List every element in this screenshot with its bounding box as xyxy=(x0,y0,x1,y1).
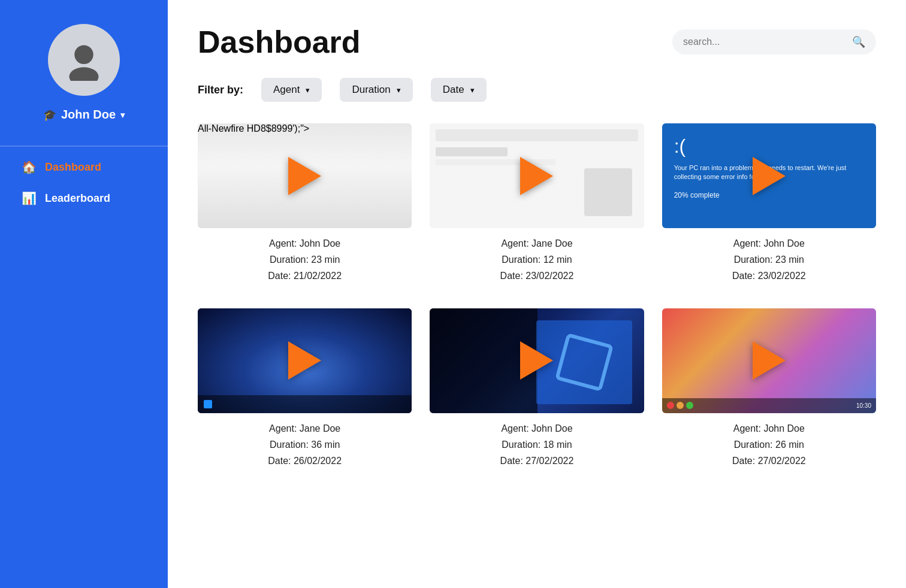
video-duration-2: Duration: 12 min xyxy=(500,251,574,268)
video-thumb-4[interactable] xyxy=(198,308,412,413)
video-date-5: Date: 27/02/2022 xyxy=(500,453,574,469)
video-thumb-3[interactable]: :(Your PC ran into a problem and needs t… xyxy=(662,123,876,228)
agent-filter-button[interactable]: Agent ▾ xyxy=(261,78,322,102)
search-box: 🔍 xyxy=(672,29,876,54)
play-button-4[interactable] xyxy=(288,341,321,380)
video-card-5[interactable]: Agent: John Doe Duration: 18 min Date: 2… xyxy=(430,308,644,469)
search-icon[interactable]: 🔍 xyxy=(852,35,865,49)
video-duration-1: Duration: 23 min xyxy=(268,251,342,268)
user-name: John Doe xyxy=(61,108,116,122)
user-name-row[interactable]: 🎓 John Doe ▾ xyxy=(43,108,125,122)
video-card-3[interactable]: :(Your PC ran into a problem and needs t… xyxy=(662,123,876,284)
user-chevron-icon: ▾ xyxy=(120,110,125,120)
video-card-6[interactable]: 10:30 Agent: John Doe Duration: 26 min D… xyxy=(662,308,876,469)
play-button-2[interactable] xyxy=(520,157,553,195)
sidebar-item-leaderboard[interactable]: 📊 Leaderboard xyxy=(10,184,158,213)
agent-chevron-icon: ▾ xyxy=(306,86,310,95)
play-button-6[interactable] xyxy=(753,341,786,380)
video-meta-5: Agent: John Doe Duration: 18 min Date: 2… xyxy=(500,420,574,469)
date-chevron-icon: ▾ xyxy=(470,86,475,95)
home-icon: 🏠 xyxy=(22,160,37,174)
filter-row: Filter by: Agent ▾ Duration ▾ Date ▾ xyxy=(198,78,876,102)
svg-point-0 xyxy=(74,46,93,65)
video-card-4[interactable]: Agent: Jane Doe Duration: 36 min Date: 2… xyxy=(198,308,412,469)
chart-icon: 📊 xyxy=(22,191,37,205)
video-duration-4: Duration: 36 min xyxy=(268,437,342,453)
video-agent-1: Agent: John Doe xyxy=(268,235,342,251)
sidebar-item-dashboard[interactable]: 🏠 Dashboard xyxy=(10,153,158,181)
video-agent-5: Agent: John Doe xyxy=(500,420,574,437)
play-button-3[interactable] xyxy=(753,157,786,195)
sidebar-label-leaderboard: Leaderboard xyxy=(45,192,110,205)
video-date-4: Date: 26/02/2022 xyxy=(268,453,342,469)
sidebar-divider xyxy=(0,146,168,147)
video-meta-4: Agent: Jane Doe Duration: 36 min Date: 2… xyxy=(268,420,342,469)
hat-icon: 🎓 xyxy=(43,108,56,122)
video-meta-3: Agent: John Doe Duration: 23 min Date: 2… xyxy=(732,235,806,284)
video-agent-6: Agent: John Doe xyxy=(732,420,806,437)
avatar xyxy=(48,24,120,96)
sidebar-label-dashboard: Dashboard xyxy=(45,161,101,174)
video-meta-6: Agent: John Doe Duration: 26 min Date: 2… xyxy=(732,420,806,469)
video-grid: All-Newfire HD8$8999');"> Agent: John Do… xyxy=(198,123,876,469)
video-card-1[interactable]: All-Newfire HD8$8999');"> Agent: John Do… xyxy=(198,123,412,284)
video-date-3: Date: 23/02/2022 xyxy=(732,268,806,284)
agent-filter-label: Agent xyxy=(273,84,300,96)
sidebar-nav: 🏠 Dashboard 📊 Leaderboard xyxy=(0,153,168,213)
video-agent-4: Agent: Jane Doe xyxy=(268,420,342,437)
filter-label: Filter by: xyxy=(198,84,243,96)
svg-point-1 xyxy=(70,67,99,81)
sidebar: 🎓 John Doe ▾ 🏠 Dashboard 📊 Leaderboard xyxy=(0,0,168,588)
video-card-2[interactable]: Agent: Jane Doe Duration: 12 min Date: 2… xyxy=(430,123,644,284)
search-input[interactable] xyxy=(683,37,847,47)
video-duration-5: Duration: 18 min xyxy=(500,437,574,453)
video-date-2: Date: 23/02/2022 xyxy=(500,268,574,284)
video-agent-2: Agent: Jane Doe xyxy=(500,235,574,251)
video-thumb-5[interactable] xyxy=(430,308,644,413)
video-thumb-2[interactable] xyxy=(430,123,644,228)
play-button-5[interactable] xyxy=(520,341,553,380)
video-meta-2: Agent: Jane Doe Duration: 12 min Date: 2… xyxy=(500,235,574,284)
play-button-1[interactable] xyxy=(288,157,321,195)
duration-filter-button[interactable]: Duration ▾ xyxy=(340,78,412,102)
video-date-1: Date: 21/02/2022 xyxy=(268,268,342,284)
duration-chevron-icon: ▾ xyxy=(397,86,401,95)
video-thumb-1[interactable]: All-Newfire HD8$8999');"> xyxy=(198,123,412,228)
video-duration-3: Duration: 23 min xyxy=(732,251,806,268)
date-filter-label: Date xyxy=(443,84,464,96)
video-thumb-6[interactable]: 10:30 xyxy=(662,308,876,413)
video-duration-6: Duration: 26 min xyxy=(732,437,806,453)
header: Dashboard 🔍 xyxy=(198,24,876,60)
video-meta-1: Agent: John Doe Duration: 23 min Date: 2… xyxy=(268,235,342,284)
main-content: Dashboard 🔍 Filter by: Agent ▾ Duration … xyxy=(168,0,906,588)
page-title: Dashboard xyxy=(198,24,361,60)
video-agent-3: Agent: John Doe xyxy=(732,235,806,251)
video-date-6: Date: 27/02/2022 xyxy=(732,453,806,469)
date-filter-button[interactable]: Date ▾ xyxy=(431,78,487,102)
duration-filter-label: Duration xyxy=(352,84,390,96)
